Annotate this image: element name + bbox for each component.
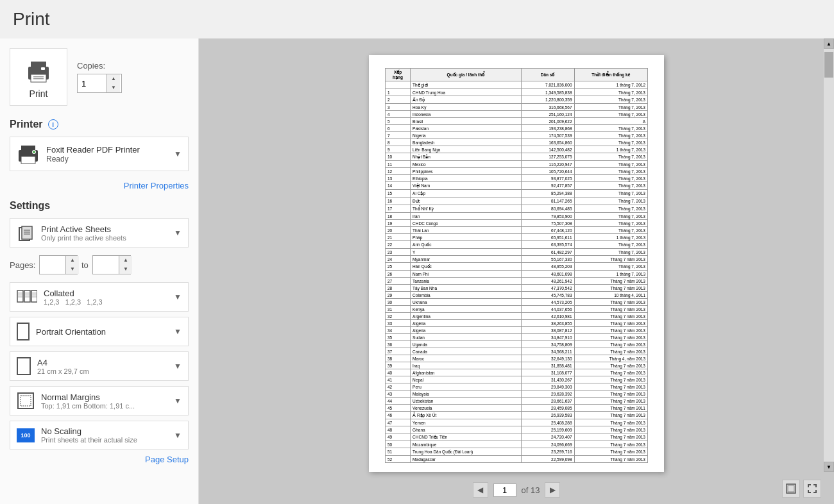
table-cell: 28,661,637: [521, 398, 574, 405]
printer-text: Foxit Reader PDF Printer Ready: [46, 145, 140, 164]
table-cell: 51: [386, 448, 411, 456]
settings-main-portrait: Portrait Orientation: [36, 327, 106, 337]
table-cell: Tháng 4, năm 2013: [574, 355, 647, 362]
printer-info-icon[interactable]: i: [48, 119, 58, 130]
pages-to-decrement[interactable]: ▼: [119, 265, 132, 274]
settings-item-collated[interactable]: Collated 1,2,3 1,2,3 1,2,3 ▼: [10, 282, 189, 312]
portrait-icon: [17, 323, 30, 340]
pages-from-decrement[interactable]: ▼: [66, 265, 79, 274]
table-cell: Tháng 7, 2013: [574, 213, 647, 220]
pages-label: Pages:: [10, 260, 35, 270]
scroll-track[interactable]: [824, 49, 834, 462]
settings-item-text-a4: A4 21 cm x 29,7 cm: [37, 358, 89, 375]
table-cell: 18: [386, 213, 411, 220]
table-cell: 1 tháng 7, 2013: [574, 234, 647, 241]
pages-from-increment[interactable]: ▲: [66, 256, 79, 265]
table-cell: Malaysia: [411, 391, 522, 398]
scroll-thumb[interactable]: [824, 52, 833, 78]
svg-rect-12: [22, 226, 32, 239]
table-cell: 10 tháng 4, 2011: [574, 292, 647, 299]
table-cell: Tanzania: [411, 278, 522, 285]
printer-box[interactable]: Foxit Reader PDF Printer Ready ▼: [10, 137, 189, 171]
table-cell: 31,858,481: [521, 362, 574, 369]
table-cell: Thái Lan: [411, 227, 522, 234]
settings-item-portrait[interactable]: Portrait Orientation ▼: [10, 317, 189, 346]
table-cell: 13: [386, 175, 411, 182]
settings-item-margins[interactable]: Normal Margins Top: 1,91 cm Bottom: 1,91…: [10, 386, 189, 416]
table-cell: Mozambique: [411, 441, 522, 448]
table-cell: 9: [386, 146, 411, 153]
table-cell: 92,477,857: [521, 182, 574, 190]
table-cell: 25: [386, 263, 411, 271]
table-row: 6Pakistan193,238,868Tháng 7, 2013: [386, 125, 648, 132]
copies-input[interactable]: [78, 76, 106, 91]
table-cell: 81,147,265: [521, 197, 574, 205]
table-cell: Tháng 7 năm 2013: [574, 412, 647, 419]
next-page-btn[interactable]: ▶: [545, 482, 560, 498]
table-row: 39Iraq31,858,481Tháng 7 năm 2013: [386, 362, 648, 369]
printer-properties-link[interactable]: Printer Properties: [10, 181, 189, 190]
preview-scrollbar[interactable]: ▲ ▼: [824, 38, 834, 472]
table-row: 15Ai Cập85,294,388Tháng 7, 2013: [386, 190, 648, 197]
page-setup-link[interactable]: Page Setup: [10, 455, 189, 464]
table-row: 48Ghana25,199,609Tháng 7 năm 2013: [386, 426, 648, 433]
portrait-dropdown-arrow[interactable]: ▼: [174, 327, 182, 336]
table-row: 50Mozambique24,096,669Tháng 7 năm 2013: [386, 441, 648, 448]
table-row: 41Nepal31,430,267Tháng 7 năm 2013: [386, 376, 648, 383]
collated-dropdown-arrow[interactable]: ▼: [174, 292, 182, 301]
fullscreen-btn[interactable]: [803, 480, 821, 498]
table-cell: 46: [386, 412, 411, 419]
pages-from-input[interactable]: [40, 258, 65, 272]
table-row: 19CHDC Congo75,507,308Tháng 7, 2013: [386, 220, 648, 227]
settings-item-a4[interactable]: A4 21 cm x 29,7 cm ▼: [10, 351, 189, 381]
table-cell: Tháng 7, 2013: [574, 132, 647, 139]
prev-page-btn[interactable]: ◀: [473, 482, 488, 498]
sheets-dropdown-arrow[interactable]: ▼: [174, 228, 182, 237]
settings-item-print-active-sheets[interactable]: Print Active Sheets Only print the activ…: [10, 218, 189, 248]
settings-item-left-portrait: Portrait Orientation: [17, 323, 106, 340]
scaling-dropdown-arrow[interactable]: ▼: [174, 431, 182, 440]
a4-dropdown-arrow[interactable]: ▼: [174, 362, 182, 371]
scroll-up-btn[interactable]: ▲: [824, 38, 834, 49]
printer-icon-wrap: [17, 142, 40, 165]
table-cell: Thổ Nhĩ Kỳ: [411, 205, 522, 213]
svg-rect-16: [17, 290, 23, 302]
table-cell: 1,220,800,359: [521, 96, 574, 104]
margins-dropdown-arrow[interactable]: ▼: [174, 396, 182, 405]
scroll-down-btn[interactable]: ▼: [824, 462, 834, 472]
printer-dropdown-arrow[interactable]: ▼: [174, 149, 182, 158]
svg-rect-5: [41, 67, 45, 70]
table-row: 20Thái Lan67,448,120Tháng 7, 2013: [386, 227, 648, 234]
copies-decrement[interactable]: ▼: [107, 83, 120, 92]
copies-increment[interactable]: ▲: [107, 74, 120, 83]
table-row: 18Iran79,853,900Tháng 7, 2013: [386, 213, 648, 220]
settings-item-text-scaling: No Scaling Print sheets at their actual …: [41, 426, 137, 444]
table-row: 38Maroc32,649,130Tháng 4, năm 2013: [386, 355, 648, 362]
table-cell: Peru: [411, 383, 522, 391]
table-cell: 29: [386, 292, 411, 299]
settings-section-header: Settings: [10, 200, 189, 212]
pages-to-increment[interactable]: ▲: [119, 256, 132, 265]
table-cell: 163,654,860: [521, 139, 574, 146]
fullscreen-icon: [807, 483, 817, 494]
table-cell: Anh Quốc: [411, 241, 522, 249]
settings-item-text-margins: Normal Margins Top: 1,91 cm Bottom: 1,91…: [41, 392, 135, 410]
table-cell: 105,720,644: [521, 168, 574, 175]
table-row: 26Nam Phi48,601,0981 tháng 7, 2013: [386, 271, 648, 278]
table-cell: A: [574, 118, 647, 125]
table-cell: 61,482,297: [521, 249, 574, 256]
print-button[interactable]: Print: [10, 48, 67, 106]
table-cell: 31,430,267: [521, 376, 574, 383]
pages-to-input[interactable]: [93, 258, 119, 272]
table-row: 16Đức81,147,265Tháng 7, 2013: [386, 197, 648, 205]
table-cell: Tháng 7, 2013: [574, 182, 647, 190]
table-cell: Tháng 7 năm 2013: [574, 306, 647, 313]
table-row: 44Uzbekistan28,661,637Tháng 7 năm 2013: [386, 398, 648, 405]
page-number-input[interactable]: [493, 483, 516, 497]
settings-item-scaling[interactable]: 100 No Scaling Print sheets at their act…: [10, 421, 189, 449]
table-cell: Tháng 7, 2013: [574, 161, 647, 168]
fit-page-btn[interactable]: [782, 480, 800, 498]
table-cell: Afghanistan: [411, 369, 522, 376]
table-cell: 16: [386, 197, 411, 205]
table-cell: Ethiopia: [411, 175, 522, 182]
